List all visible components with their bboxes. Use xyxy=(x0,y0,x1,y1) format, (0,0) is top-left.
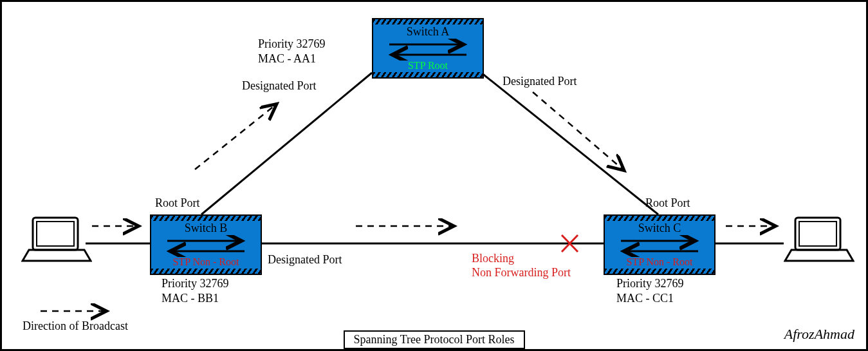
laptop-right-icon xyxy=(784,214,854,266)
legend-text: Direction of Broadcast xyxy=(23,319,128,333)
switch-a-left-port: Designated Port xyxy=(242,79,316,93)
switch-b-arrows-icon xyxy=(163,235,249,257)
switch-c-arrows-icon xyxy=(616,235,703,257)
svg-rect-21 xyxy=(795,218,840,250)
svg-line-1 xyxy=(481,73,658,214)
svg-rect-20 xyxy=(37,222,74,246)
switch-a-mac: MAC - AA1 xyxy=(258,52,316,66)
switch-a: Switch A STP Root xyxy=(372,18,484,79)
switch-a-role: STP Root xyxy=(373,60,483,71)
switch-c-priority: Priority 32769 xyxy=(616,277,684,290)
svg-rect-22 xyxy=(799,222,836,246)
switch-c-top-port: Root Port xyxy=(645,196,690,210)
svg-line-6 xyxy=(562,235,578,252)
switch-a-name: Switch A xyxy=(373,25,483,39)
svg-rect-19 xyxy=(33,218,78,250)
switch-c-left-port-2: Non Forwarding Port xyxy=(472,266,571,280)
svg-line-0 xyxy=(201,73,372,214)
switch-c-mac: MAC - CC1 xyxy=(616,292,674,305)
diagram-frame: Switch A STP Root Priority 32769 MAC - A… xyxy=(0,0,868,351)
diagram-title: Spanning Tree Protocol Port Roles xyxy=(343,330,524,349)
svg-line-9 xyxy=(533,92,623,169)
switch-a-arrows-icon xyxy=(385,39,471,61)
svg-line-5 xyxy=(562,235,578,252)
switch-c: Switch C STP Non - Root xyxy=(604,214,716,275)
switch-a-right-port: Designated Port xyxy=(503,75,577,88)
switch-c-role: STP Non - Root xyxy=(605,256,714,268)
svg-line-8 xyxy=(195,105,275,169)
author-signature: AfrozAhmad xyxy=(784,326,854,343)
switch-b-top-port: Root Port xyxy=(155,196,200,210)
switch-b: Switch B STP Non - Root xyxy=(150,214,262,275)
laptop-left-icon xyxy=(21,214,92,266)
switch-b-right-port: Designated Port xyxy=(268,253,342,267)
switch-b-mac: MAC - BB1 xyxy=(162,292,219,305)
switch-c-name: Switch C xyxy=(605,222,714,235)
switch-c-left-port-1: Blocking xyxy=(472,252,514,265)
switch-b-role: STP Non - Root xyxy=(151,256,261,268)
switch-b-name: Switch B xyxy=(151,222,261,235)
switch-a-priority: Priority 32769 xyxy=(258,37,326,51)
switch-b-priority: Priority 32769 xyxy=(162,277,229,290)
